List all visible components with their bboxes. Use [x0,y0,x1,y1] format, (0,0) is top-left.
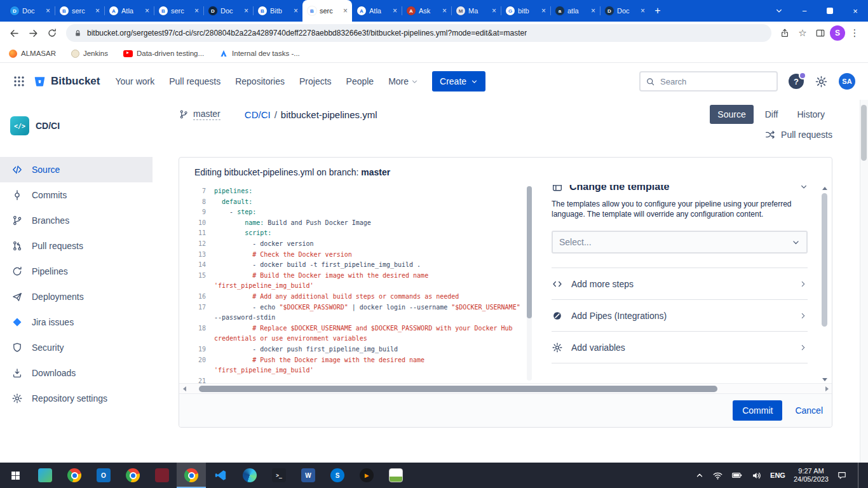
tab-close-button[interactable]: × [94,6,101,15]
tab-close-button[interactable]: × [193,6,200,15]
view-tab-source[interactable]: Source [710,105,753,124]
view-tab-history[interactable]: History [789,105,832,124]
code-line[interactable]: 16 # Add any additional build steps or c… [182,292,532,302]
cancel-button[interactable]: Cancel [795,405,823,416]
nav-item-pull-requests[interactable]: Pull requests [169,76,220,86]
panel-scroll-thumb[interactable] [822,193,827,327]
share-button[interactable] [776,25,793,41]
repo-header[interactable]: </> CD/CI [0,116,153,135]
new-tab-button[interactable]: + [649,5,666,17]
code-line[interactable]: 14 - docker build -t first_pipeline_img_… [182,260,532,271]
panel-action-add-pipes-integrations[interactable]: Add Pipes (Integrations) [552,300,808,332]
scroll-right-arrow[interactable] [822,386,832,391]
tab-close-button[interactable]: × [590,6,597,15]
browser-menu-button[interactable]: ⋮ [846,25,863,41]
tab-close-button[interactable]: × [540,6,547,15]
code-vertical-scrollbar[interactable] [527,186,532,381]
panel-scroll-track[interactable] [822,192,827,376]
nav-item-people[interactable]: People [346,76,374,86]
browser-tab[interactable]: Gbitb× [501,0,550,22]
code-scrollbar-thumb[interactable] [527,186,532,318]
taskbar-item-vscode[interactable] [206,463,235,488]
taskbar-item-terminal[interactable]: >_ [264,463,294,488]
global-search[interactable] [639,71,778,92]
volume-icon[interactable] [751,470,762,481]
code-line[interactable]: 20 # Push the Docker image with the desi… [182,355,532,376]
code-line[interactable]: 13 # Check the Docker version [182,250,532,261]
tab-close-button[interactable]: × [342,6,349,15]
page-scrollbar-thumb[interactable] [861,105,867,161]
back-button[interactable] [5,24,23,42]
tab-close-button[interactable]: × [639,6,646,15]
browser-tab[interactable]: DDoc× [600,0,649,22]
pull-requests-link[interactable]: Pull requests [764,129,832,140]
code-line[interactable]: 8 default: [182,197,532,208]
taskbar-item-colored-app[interactable] [31,463,60,488]
user-avatar[interactable]: SA [839,73,855,90]
battery-icon[interactable] [731,470,743,481]
browser-tab[interactable]: DDoc× [5,0,55,22]
create-button[interactable]: Create [432,71,485,92]
bookmark-data-driven-testing[interactable]: Data-driven testing... [123,50,204,57]
sidebar-item-deployments[interactable]: Deployments [0,284,153,309]
sidebar-item-commits[interactable]: Commits [0,182,153,208]
taskbar-item-chrome[interactable] [118,463,147,488]
bookmark-internal-dev-tasks[interactable]: Internal dev tasks -... [219,49,300,58]
language-indicator[interactable]: ENG [770,471,785,479]
sidebar-item-branches[interactable]: Branches [0,208,153,233]
browser-tab[interactable]: AAsk× [402,0,451,22]
template-panel-header[interactable]: Change the template [552,185,808,193]
sidebar-item-jira-issues[interactable]: Jira issues [0,309,153,335]
nav-item-your-work[interactable]: Your work [115,76,154,86]
minimize-button[interactable]: − [792,0,817,22]
search-input[interactable] [659,76,771,87]
tab-close-button[interactable]: × [292,6,299,15]
sidebar-item-source[interactable]: Source [0,157,153,182]
code-line[interactable]: 9 - step: [182,207,532,218]
address-bar[interactable]: bitbucket.org/sergetest97/cd-ci/src/2808… [66,24,771,42]
bitbucket-logo[interactable]: Bitbucket [33,75,100,88]
browser-tab[interactable]: DDoc× [203,0,253,22]
taskbar-item-maroon-app[interactable] [147,463,177,488]
bookmark-star-button[interactable]: ☆ [794,25,811,41]
browser-tab[interactable]: BBitb× [253,0,302,22]
horizontal-scrollbar[interactable] [179,383,832,393]
sidebar-item-security[interactable]: Security [0,335,153,360]
reload-button[interactable] [43,24,61,42]
scroll-up-arrow[interactable] [822,187,827,190]
bookmark-almasar[interactable]: ALMASAR [9,50,56,58]
chevron-down-icon[interactable] [800,185,808,191]
settings-gear-button[interactable] [815,75,828,88]
branch-selector[interactable]: master [179,109,220,120]
code-line[interactable]: 7pipelines: [182,186,532,197]
panel-action-add-more-steps[interactable]: Add more steps [552,268,808,300]
sidebar-item-pull-requests[interactable]: Pull requests [0,233,153,259]
hidden-icons-button[interactable] [695,471,704,480]
taskbar-item-blue-app[interactable]: W [294,463,323,488]
browser-tab[interactable]: Bserc× [302,0,352,22]
show-desktop-button[interactable] [858,463,862,488]
side-panel-button[interactable] [812,25,829,41]
breadcrumb-repo-link[interactable]: CD/CI [245,109,271,120]
start-button[interactable] [0,463,31,488]
horizontal-scroll-thumb[interactable] [199,386,717,392]
scroll-down-arrow[interactable] [822,378,827,381]
taskbar-item-chrome[interactable] [60,463,89,488]
browser-tab[interactable]: AAtla× [352,0,402,22]
code-line[interactable]: 11 script: [182,228,532,239]
taskbar-item-chrome[interactable] [177,463,206,488]
panel-action-add-variables[interactable]: Add variables [552,332,808,363]
clock[interactable]: 9:27 AM 24/05/2023 [794,467,829,484]
nav-item-more[interactable]: More [388,76,418,86]
sidebar-item-downloads[interactable]: Downloads [0,360,153,386]
view-tab-diff[interactable]: Diff [757,105,786,124]
sidebar-item-repository-settings[interactable]: Repository settings [0,386,153,411]
bookmark-jenkins[interactable]: Jenkins [71,50,108,58]
taskbar-item-edge[interactable] [235,463,264,488]
panel-scrollbar[interactable] [821,187,828,381]
browser-profile-avatar[interactable]: S [830,25,845,41]
browser-tab[interactable]: AAtla× [104,0,154,22]
tab-close-button[interactable]: × [44,6,51,15]
forward-button[interactable] [24,24,42,42]
wifi-icon[interactable] [712,470,723,481]
